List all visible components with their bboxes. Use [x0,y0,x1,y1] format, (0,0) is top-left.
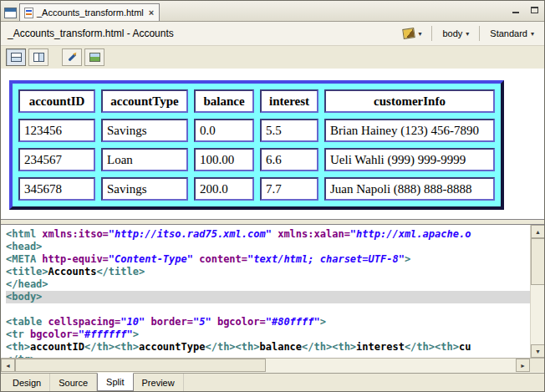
editor-tab-title: _Accounts_transform.html [37,8,144,18]
design-table-cell[interactable]: 0.0 [194,119,254,142]
accounts-table: accountIDaccountTypebalanceinterestcusto… [9,80,504,210]
split-horizontal-icon [11,53,22,62]
code-line[interactable]: </head> [6,278,530,291]
design-table-header-cell[interactable]: accountType [101,89,188,113]
scroll-right-button[interactable]: ► [516,359,530,372]
design-table-row: 234567Loan100.006.6Ueli Wahli (999) 999-… [18,148,495,171]
design-table-cell[interactable]: 5.5 [260,119,318,142]
design-table-header-cell[interactable]: accountID [18,89,95,113]
pen-icon [68,53,76,62]
editor-tab-bar: _Accounts_transform.html × [1,1,544,22]
html-file-icon [24,8,33,18]
scrollbar-corner [530,359,544,372]
design-table-cell[interactable]: 7.7 [260,177,318,201]
source-pane: <html xmlns:itso="http://itso.rad75.xml.… [1,224,544,358]
split-horizontal-button[interactable] [6,48,26,66]
design-table-header-cell[interactable]: interest [260,89,318,113]
design-table-cell[interactable]: Loan [101,148,188,171]
code-line[interactable]: <head> [6,241,530,253]
code-line[interactable]: <body> [6,291,530,303]
code-line[interactable]: <html xmlns:itso="http://itso.rad75.xml.… [6,228,530,241]
horizontal-scroll-thumb[interactable] [15,359,266,372]
bottom-tab-preview[interactable]: Preview [134,374,184,391]
style-dropdown[interactable]: Standard ▾ [486,27,537,40]
chevron-down-icon: ▾ [466,30,469,38]
design-table-cell[interactable]: 234567 [18,148,95,171]
image-icon [89,53,100,62]
window-buttons [509,4,541,16]
design-table-cell[interactable]: 345678 [18,177,95,201]
design-table-header-cell[interactable]: balance [194,89,254,113]
bottom-tabs: DesignSourceSplitPreview [1,373,544,391]
code-line[interactable]: <table cellspacing="10" border="5" bgcol… [6,316,530,328]
horizontal-scroll-track[interactable] [15,359,516,373]
split-vertical-button[interactable] [28,48,48,66]
code-line[interactable] [6,303,530,316]
design-table-cell[interactable]: Juan Napoli (888) 888-8888 [324,177,495,201]
bottom-tab-source[interactable]: Source [50,374,97,391]
design-pane[interactable]: accountIDaccountTypebalanceinterestcusto… [1,69,544,220]
design-table-cell[interactable]: Savings [101,119,188,142]
chevron-down-icon: ▾ [531,30,534,38]
editor-header: _Accounts_transform.html - Accounts ▾ bo… [1,22,544,46]
editor-window: _Accounts_transform.html × _Accounts_tra… [0,0,545,392]
design-table-row: 123456Savings0.05.5Brian Hainey (123) 45… [18,119,495,142]
element-dropdown-label: body [442,28,462,38]
editor-tab[interactable]: _Accounts_transform.html × [19,3,160,21]
scroll-left-button[interactable]: ◄ [1,359,15,372]
paintbrush-icon [403,28,416,39]
design-toolbar [1,46,544,69]
image-button[interactable] [84,48,104,66]
scroll-down-button[interactable]: ▼ [531,344,544,358]
bottom-tab-split[interactable]: Split [97,373,133,391]
maximize-icon [531,7,538,13]
code-line[interactable]: <th>accountID</th><th>accountType</th><t… [6,341,530,354]
code-line[interactable]: <tr bgcolor="#ffffff"> [6,328,530,341]
bottom-tab-design[interactable]: Design [4,374,50,391]
code-line[interactable]: <META http-equiv="Content-Type" content=… [6,253,530,266]
design-table-cell[interactable]: 100.00 [194,148,254,171]
element-dropdown[interactable]: body ▾ [439,27,472,40]
code-line[interactable]: <title>Accounts</title> [6,266,530,278]
design-table-cell[interactable]: 6.6 [260,148,318,171]
pen-button[interactable] [62,48,82,66]
source-code[interactable]: <html xmlns:itso="http://itso.rad75.xml.… [1,225,530,358]
design-table-cell[interactable]: Savings [101,177,188,201]
design-table-cell[interactable]: Ueli Wahli (999) 999-9999 [324,148,495,171]
design-table-row: 345678Savings200.07.7Juan Napoli (888) 8… [18,177,495,201]
design-table-body: 123456Savings0.05.5Brian Hainey (123) 45… [18,119,495,201]
vertical-scrollbar[interactable]: ▲ ▼ [530,225,544,358]
scroll-up-button[interactable]: ▲ [531,225,544,238]
vertical-scroll-thumb[interactable] [531,238,544,285]
header-toolbar: ▾ body ▾ Standard ▾ [400,26,537,41]
separator [479,26,480,41]
horizontal-scrollbar[interactable]: ◄ ► [1,358,544,373]
style-dropdown-label: Standard [490,28,527,38]
design-table-header-cell[interactable]: customerInfo [324,89,495,113]
breadcrumb: _Accounts_transform.html - Accounts [8,28,174,39]
design-table-cell[interactable]: 200.0 [194,177,254,201]
separator [431,26,432,41]
maximize-button[interactable] [527,4,541,16]
design-table-cell[interactable]: Brian Hainey (123) 456-7890 [324,119,495,142]
paintbrush-dropdown-button[interactable]: ▾ [400,27,425,40]
close-icon[interactable]: × [149,8,154,17]
split-vertical-icon [33,53,44,62]
design-table-cell[interactable]: 123456 [18,119,95,142]
chevron-down-icon: ▾ [418,30,421,38]
minimize-button[interactable] [509,4,522,16]
minimize-icon [512,12,519,13]
editor-area-icon [4,8,17,18]
design-table-head-row: accountIDaccountTypebalanceinterestcusto… [18,89,495,113]
